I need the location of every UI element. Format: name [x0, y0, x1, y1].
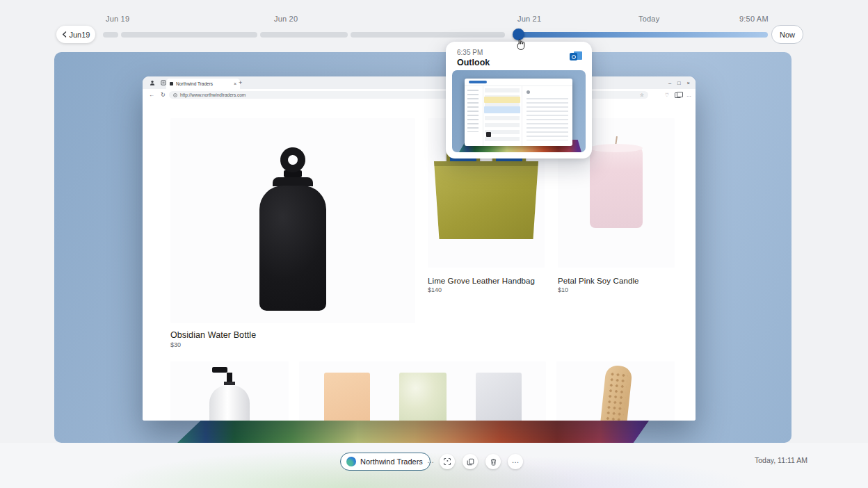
- thumbnail-outlook-window: [465, 79, 572, 146]
- product-card-soaps[interactable]: [299, 361, 546, 421]
- snapshot-source-pill[interactable]: Northwind Traders …: [340, 453, 431, 471]
- outlook-snapshot-thumbnail[interactable]: [452, 70, 586, 152]
- screenray-icon: [443, 457, 451, 466]
- timeline-segment[interactable]: [260, 32, 348, 38]
- browser-tab[interactable]: Northwind Traders ×: [166, 79, 240, 89]
- recall-timeline-screen: Jun 19 Jun 20 Jun 21 Today 9:50 AM Jun19…: [0, 0, 868, 488]
- browser-more-icon[interactable]: …: [686, 92, 691, 97]
- tab-title: Northwind Traders: [176, 81, 231, 86]
- browser-window[interactable]: Northwind Traders × + – □ × ← ↻ http://w…: [143, 76, 696, 421]
- water-bottle-image: [259, 147, 326, 311]
- preview-app-name: Outlook: [457, 58, 490, 67]
- more-icon: …: [512, 456, 520, 464]
- snapshot-viewport[interactable]: Northwind Traders × + – □ × ← ↻ http://w…: [54, 52, 791, 443]
- jump-back-label: Jun19: [70, 31, 90, 39]
- now-button[interactable]: Now: [771, 25, 803, 44]
- favorites-icon[interactable]: ☆: [640, 92, 644, 98]
- maximize-icon[interactable]: □: [677, 80, 681, 86]
- timeline-label-jun21: Jun 21: [517, 15, 541, 23]
- snapshot-timestamp: Today, 11:11 AM: [755, 456, 807, 464]
- back-icon[interactable]: ←: [149, 92, 154, 98]
- copy-button[interactable]: [463, 454, 478, 469]
- product-price: $10: [558, 286, 568, 293]
- window-controls: – □ ×: [668, 76, 690, 89]
- split-screen-icon[interactable]: [675, 92, 681, 98]
- timeline-label-jun20: Jun 20: [274, 15, 298, 23]
- pill-more-icon[interactable]: …: [427, 457, 434, 464]
- product-name: Petal Pink Soy Candle: [558, 277, 639, 285]
- url-text: http://www.northwindtraders.com: [180, 92, 246, 97]
- product-price: $30: [170, 341, 181, 348]
- jump-back-button[interactable]: Jun19: [56, 26, 95, 43]
- toolbar-actions: ♡ …: [665, 89, 691, 101]
- timeline-segment[interactable]: [121, 32, 257, 38]
- timeline-label-today: Today: [638, 15, 659, 23]
- preview-time: 6:35 PM: [457, 49, 483, 56]
- tab-close-icon[interactable]: ×: [234, 81, 236, 86]
- timeline-label-time: 9:50 AM: [739, 15, 769, 23]
- screenray-button[interactable]: [440, 454, 455, 469]
- profile-icon[interactable]: [148, 79, 156, 87]
- site-favicon: [346, 457, 356, 466]
- timeline-segment[interactable]: [351, 32, 505, 38]
- browser-essentials-icon[interactable]: ♡: [665, 92, 669, 97]
- site-info-icon[interactable]: [173, 93, 177, 97]
- timeline-label-jun19: Jun 19: [106, 15, 129, 23]
- product-name: Obsidian Water Bottle: [170, 330, 256, 340]
- refresh-icon[interactable]: ↻: [161, 92, 166, 98]
- wooden-brush-image: [598, 364, 632, 421]
- outlook-icon: [570, 51, 582, 61]
- more-button[interactable]: …: [508, 454, 523, 469]
- timeline-segment[interactable]: [103, 32, 118, 38]
- product-card-brush[interactable]: [556, 361, 675, 421]
- timeline-segment-active[interactable]: [515, 32, 768, 38]
- copy-icon: [467, 458, 474, 466]
- footer-glow: [0, 443, 868, 488]
- product-card-lotion[interactable]: [170, 361, 289, 421]
- snapshot-source-label: Northwind Traders: [360, 457, 423, 466]
- snapshot-preview-card[interactable]: 6:35 PM Outlook: [446, 42, 592, 158]
- delete-button[interactable]: [485, 454, 501, 469]
- product-price: $140: [428, 286, 442, 293]
- shop-page: Obsidian Water Bottle $30 Lime Grove Lea…: [143, 101, 696, 421]
- site-favicon: [170, 82, 173, 86]
- close-icon[interactable]: ×: [687, 80, 690, 86]
- chevron-left-icon: [62, 31, 67, 38]
- candle-image: [590, 136, 643, 228]
- new-tab-icon[interactable]: +: [239, 80, 242, 86]
- footer-bar: [0, 443, 868, 488]
- now-label: Now: [780, 31, 795, 39]
- timeline-slider-handle[interactable]: [513, 29, 524, 40]
- trash-icon: [490, 458, 497, 466]
- product-name: Lime Grove Leather Handbag: [428, 277, 535, 285]
- minimize-icon[interactable]: –: [668, 80, 671, 86]
- browser-tab-strip: Northwind Traders × + – □ ×: [143, 76, 696, 89]
- soap-bars-image: [299, 373, 546, 421]
- pump-bottle-image: [209, 367, 250, 421]
- product-card-water-bottle[interactable]: [170, 118, 415, 323]
